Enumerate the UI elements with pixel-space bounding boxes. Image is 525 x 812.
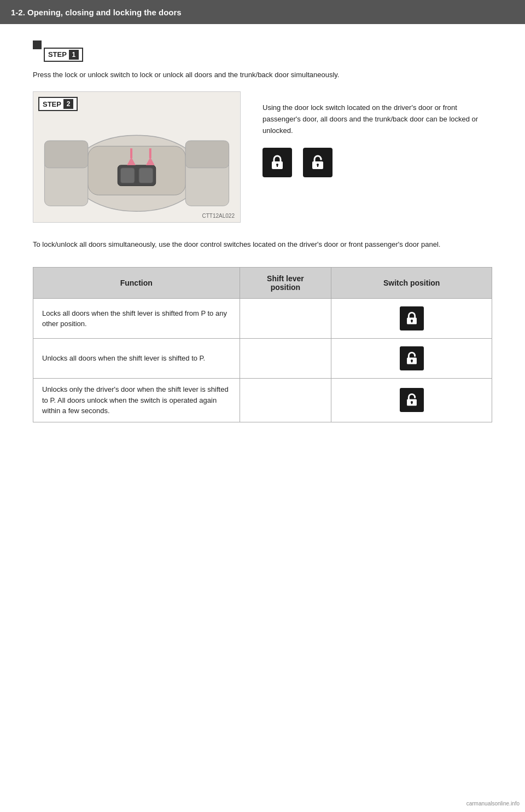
unlock-symbol-2 [405,393,419,407]
row1-function-text: Locks all doors when the shift lever is … [42,309,227,328]
row2-shift [240,339,331,379]
step2-right-panel: Using the door lock switch located on th… [262,91,492,223]
step2-description: Using the door lock switch located on th… [262,102,492,136]
row2-function-text: Unlocks all doors when the shift lever i… [42,354,205,362]
header-switch-position: Switch position [331,268,492,299]
row3-unlock-icon [400,388,424,412]
row2-function: Unlocks all doors when the shift lever i… [33,339,240,379]
row1-switch [331,299,492,339]
step1-badge: STEP 1 [44,48,83,62]
table-row: Locks all doors when the shift lever is … [33,299,492,339]
function-table: Function Shift lever position Switch pos… [33,267,492,422]
table-header-row: Function Shift lever position Switch pos… [33,268,492,299]
lock-icon [269,154,286,171]
image-code-label: CTT12AL022 [202,213,235,219]
svg-rect-19 [317,165,318,167]
svg-rect-22 [411,321,412,322]
step2-section: STEP 2 [33,91,492,223]
car-interior-svg [33,92,240,222]
section-marker [33,40,42,49]
unlock-icon [309,154,326,171]
unlock-icon-box [303,148,332,177]
step2-badge-label: STEP [43,100,61,108]
header-shift-line1: Shift lever [267,274,304,283]
header-shift-lever: Shift lever position [240,268,331,299]
svg-rect-5 [139,168,153,183]
row1-lock-icon [400,306,424,330]
row3-function: Unlocks only the driver's door when the … [33,379,240,422]
step1-badge-label: STEP [48,50,67,59]
step2-image-container: STEP 2 [33,91,241,223]
row1-function: Locks all doors when the shift lever is … [33,299,240,339]
after-step2-text: To lock/unlock all doors simultaneously,… [33,239,492,251]
svg-rect-13 [185,141,229,169]
footer-watermark: carmanualsonline.info [466,801,520,807]
page-content: STEP 1 Press the lock or unlock switch t… [0,24,525,450]
lock-symbol [405,311,419,326]
svg-rect-28 [411,402,412,404]
lock-icon-box [262,148,292,177]
row1-shift [240,299,331,339]
page-header: 1-2. Opening, closing and locking the do… [0,0,525,24]
row3-function-text: Unlocks only the driver's door when the … [42,385,229,415]
header-function: Function [33,268,240,299]
step1-description: Press the lock or unlock switch to lock … [33,69,492,81]
header-shift-line2: position [271,283,300,292]
row3-switch [331,379,492,422]
row2-switch [331,339,492,379]
step2-badge-num: 2 [63,99,73,109]
step2-diagram: CTT12AL022 [33,91,241,223]
row2-unlock-icon [400,346,424,370]
svg-rect-4 [120,168,135,183]
row3-shift [240,379,331,422]
unlock-symbol [405,351,419,366]
table-row: Unlocks only the driver's door when the … [33,379,492,422]
header-title: 1-2. Opening, closing and locking the do… [11,8,182,17]
lock-icons-row [262,148,492,177]
svg-rect-16 [277,165,278,167]
svg-rect-25 [411,361,412,362]
step1-badge-num: 1 [69,50,79,60]
table-row: Unlocks all doors when the shift lever i… [33,339,492,379]
step2-badge: STEP 2 [38,97,78,111]
svg-rect-11 [44,141,88,169]
